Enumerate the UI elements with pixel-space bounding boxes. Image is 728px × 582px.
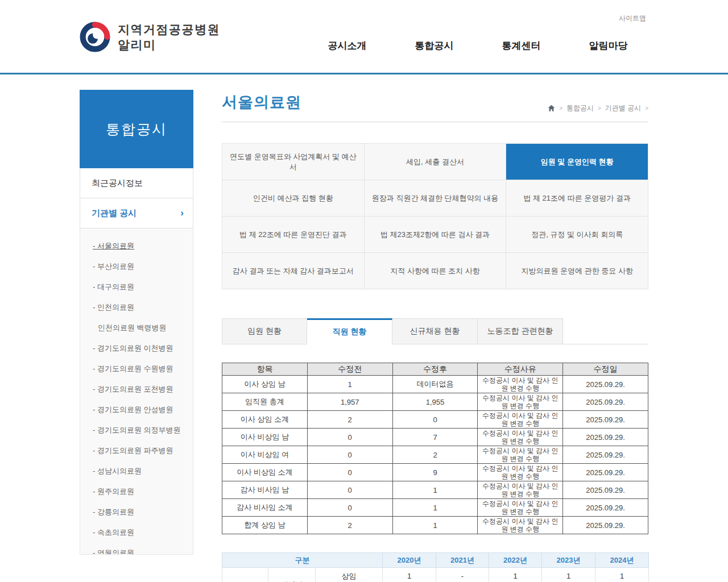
- revision-table-header: 수정후: [392, 363, 478, 376]
- yearly-table-header-group: 구분: [222, 553, 383, 568]
- yearly-table-header-year: 2022년: [489, 553, 542, 568]
- category-link[interactable]: 원장과 직원간 체결한 단체협약의 내용: [365, 180, 507, 217]
- tab-신규채용-현황[interactable]: 신규채용 현황: [392, 318, 478, 344]
- table-row: 이사 비상임 소계09수정공시 이사 및 감사 인원 변경 수행2025.09.…: [222, 464, 648, 481]
- breadcrumb-separator: >: [645, 105, 648, 111]
- table-row: 합계 상임 남21수정공시 이사 및 감사 인원 변경 수행2025.09.29…: [222, 517, 648, 534]
- table-row: 이사 비상임 남07수정공시 이사 및 감사 인원 변경 수행2025.09.2…: [222, 429, 648, 446]
- hospital-list-item[interactable]: - 성남시의료원: [93, 461, 193, 481]
- cell-item: 합계 상임 남: [222, 517, 308, 534]
- hospital-list-item[interactable]: - 부산의료원: [93, 256, 193, 277]
- category-link[interactable]: 임원 및 운영인력 현황: [506, 144, 648, 180]
- cell-before: 0: [307, 446, 392, 464]
- cell-before: 2: [307, 517, 392, 534]
- cell-item: 이사 상임 남: [222, 376, 308, 393]
- category-grid: 연도별 운영목표와 사업계획서 및 예산서세입, 세출 결산서임원 및 운영인력…: [222, 143, 648, 289]
- table-row: 이사 상임 소계20수정공시 이사 및 감사 인원 변경 수행2025.09.2…: [222, 411, 648, 429]
- hospital-list-item[interactable]: - 인천의료원: [93, 297, 193, 318]
- category-link[interactable]: 연도별 운영목표와 사업계획서 및 예산서: [222, 144, 365, 180]
- hospital-list-item[interactable]: - 원주의료원: [93, 481, 193, 502]
- hospital-list: - 서울의료원- 부산의료원- 대구의료원- 인천의료원인천의료원 백령병원- …: [80, 228, 193, 555]
- cell-after: 2: [392, 446, 478, 464]
- cell-after: 1,955: [392, 393, 478, 411]
- hospital-list-item[interactable]: - 강릉의료원: [93, 502, 193, 522]
- cell-reason: 수정공시 이사 및 감사 인원 변경 수행: [478, 376, 563, 393]
- cell-before: 1,957: [307, 393, 392, 411]
- category-link[interactable]: 감사 결과 또는 자체 감사 결과보고서: [222, 253, 365, 289]
- sidebar-title: 통합공시: [80, 90, 193, 168]
- nav-item-2[interactable]: 통합공시: [391, 39, 478, 52]
- sidebar-menu-item-2[interactable]: 기관별 공시›: [80, 198, 193, 228]
- hospital-list-item[interactable]: - 경기도의료원 이천병원: [93, 338, 193, 359]
- nav-item-1[interactable]: 공시소개: [304, 39, 391, 52]
- table-row: 이사장상임1-111: [222, 568, 649, 582]
- hospital-list-item[interactable]: 인천의료원 백령병원: [93, 318, 193, 338]
- cell-reason: 수정공시 이사 및 감사 인원 변경 수행: [478, 446, 563, 464]
- cell-group2: 이사장: [268, 568, 316, 582]
- breadcrumb: >통합공시>기관별 공시>: [548, 103, 648, 113]
- gov-emblem-icon: [80, 22, 110, 52]
- cell-reason: 수정공시 이사 및 감사 인원 변경 수행: [478, 464, 563, 481]
- cell-date: 2025.09.29.: [563, 499, 648, 517]
- cell-item: 이사 상임 소계: [222, 411, 308, 429]
- yearly-table-header-year: 2023년: [542, 553, 595, 568]
- category-link[interactable]: 인건비 예산과 집행 현황: [222, 180, 365, 217]
- detail-tabs: 임원 현황직원 현황신규채용 현황노동조합 관련현황: [222, 318, 648, 344]
- main-content: 서울의료원 >통합공시>기관별 공시> 연도별 운영목표와 사업계획서 및 예산…: [222, 90, 648, 582]
- cell-value: 1: [542, 568, 595, 582]
- category-link[interactable]: 세입, 세출 결산서: [365, 144, 507, 180]
- cell-reason: 수정공시 이사 및 감사 인원 변경 수행: [478, 499, 563, 517]
- cell-after: 9: [392, 464, 478, 481]
- cell-value: 1: [595, 568, 649, 582]
- revision-table-header: 수정일: [563, 363, 648, 376]
- nav-item-4[interactable]: 알림마당: [565, 39, 652, 52]
- table-row: 이사 비상임 여02수정공시 이사 및 감사 인원 변경 수행2025.09.2…: [222, 446, 648, 464]
- cell-group1: [222, 568, 268, 582]
- sidebar-menu: 최근공시정보기관별 공시›: [80, 168, 193, 228]
- site-header: 사이트맵 지역거점공공병원 알리미 공시소개통합공시통계센터알림마당: [0, 0, 728, 74]
- category-link[interactable]: 지적 사항에 따른 조치 사항: [365, 253, 507, 289]
- category-link[interactable]: 법 제 21조에 따른 운영평가 결과: [506, 180, 648, 217]
- cell-before: 1: [307, 376, 392, 393]
- logo-text: 지역거점공공병원 알리미: [118, 22, 220, 53]
- hospital-list-item[interactable]: - 경기도의료원 포천병원: [93, 379, 193, 400]
- yearly-table-header-year: 2020년: [383, 553, 436, 568]
- category-link[interactable]: 법 제 22조에 따른 운영진단 결과: [222, 217, 365, 253]
- tab-직원-현황[interactable]: 직원 현황: [307, 318, 392, 344]
- hospital-list-item[interactable]: - 경기도의료원 수원병원: [93, 359, 193, 379]
- yearly-table-header-year: 2024년: [595, 553, 649, 568]
- hospital-list-item[interactable]: - 속초의료원: [93, 522, 193, 543]
- cell-reason: 수정공시 이사 및 감사 인원 변경 수행: [478, 517, 563, 534]
- cell-date: 2025.09.29.: [563, 393, 648, 411]
- hospital-list-item[interactable]: - 서울의료원: [93, 236, 193, 256]
- cell-before: 0: [307, 429, 392, 446]
- title-divider: [222, 122, 648, 122]
- cell-after: 7: [392, 429, 478, 446]
- hospital-list-item[interactable]: - 경기도의료원 의정부병원: [93, 420, 193, 440]
- hospital-list-item[interactable]: - 영월의료원: [93, 543, 193, 555]
- category-link[interactable]: 지방의료원 운영에 관한 중요 사항: [506, 253, 648, 289]
- cell-before: 0: [307, 499, 392, 517]
- category-link[interactable]: 정관, 규정 및 이사회 회의록: [506, 217, 648, 253]
- cell-after: 1: [392, 499, 478, 517]
- tab-노동조합-관련현황[interactable]: 노동조합 관련현황: [478, 318, 563, 344]
- breadcrumb-item[interactable]: 기관별 공시: [605, 103, 641, 113]
- revision-table-header: 수정전: [307, 363, 392, 376]
- sidebar-menu-item-1[interactable]: 최근공시정보: [80, 168, 193, 198]
- cell-item: 이사 비상임 여: [222, 446, 308, 464]
- chevron-right-icon: ›: [180, 198, 184, 228]
- home-icon[interactable]: [548, 105, 555, 112]
- site-logo[interactable]: 지역거점공공병원 알리미: [80, 22, 220, 53]
- sitemap-link[interactable]: 사이트맵: [619, 14, 646, 23]
- tab-임원-현황[interactable]: 임원 현황: [222, 318, 307, 344]
- breadcrumb-item[interactable]: 통합공시: [566, 103, 594, 113]
- cell-date: 2025.09.29.: [563, 446, 648, 464]
- hospital-list-item[interactable]: - 경기도의료원 안성병원: [93, 400, 193, 420]
- nav-item-3[interactable]: 통계센터: [478, 39, 565, 52]
- hospital-list-item[interactable]: - 경기도의료원 파주병원: [93, 440, 193, 461]
- category-link[interactable]: 법 제23조제2항에 따른 검사 결과: [365, 217, 507, 253]
- cell-value: 1: [383, 568, 436, 582]
- revision-table: 항목수정전수정후수정사유수정일 이사 상임 남1데이터없음수정공시 이사 및 감…: [222, 363, 648, 534]
- hospital-list-item[interactable]: - 대구의료원: [93, 277, 193, 297]
- cell-item: 감사 비사임 남: [222, 481, 308, 499]
